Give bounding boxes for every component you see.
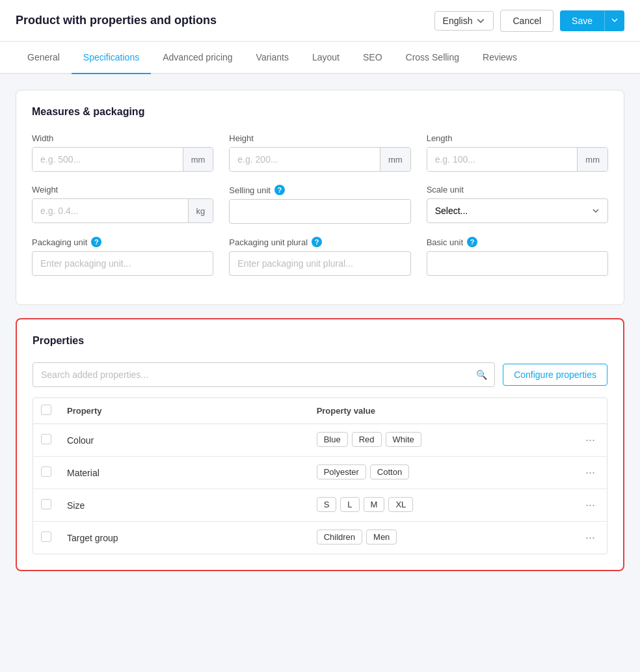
row-checkbox[interactable] xyxy=(41,531,51,542)
packaging-unit-help-icon[interactable]: ? xyxy=(91,237,101,247)
height-input[interactable] xyxy=(230,148,380,171)
table-header-row: Property Property value xyxy=(33,398,607,424)
properties-search-row: 🔍 Configure properties xyxy=(33,362,607,387)
basic-unit-group: Basic unit ? 1 xyxy=(427,237,608,276)
basic-unit-input[interactable]: 1 xyxy=(427,251,608,276)
row-checkbox-cell xyxy=(33,424,59,457)
packaging-unit-plural-input[interactable] xyxy=(229,251,410,276)
width-label: Width xyxy=(32,133,213,143)
weight-label: Weight xyxy=(32,185,213,195)
properties-table-wrapper: Property Property value ColourBlueRedWhi… xyxy=(33,397,607,554)
height-group: Height mm xyxy=(229,133,410,172)
scale-unit-group: Scale unit Select... xyxy=(427,185,608,224)
length-input[interactable] xyxy=(427,148,578,171)
header-actions: English Cancel Save xyxy=(434,10,624,32)
properties-search-input[interactable] xyxy=(33,362,495,387)
packaging-unit-group: Packaging unit ? xyxy=(32,237,213,276)
main-content: Measures & packaging Width mm Height mm … xyxy=(0,74,640,600)
properties-card: Properties 🔍 Configure properties Proper… xyxy=(16,318,624,571)
actions-column-header xyxy=(574,398,607,424)
property-value-tag: L xyxy=(340,497,359,512)
row-more-button[interactable]: ··· xyxy=(581,432,599,448)
row-checkbox[interactable] xyxy=(41,434,51,444)
header-checkbox-cell xyxy=(33,398,59,424)
property-column-header: Property xyxy=(59,398,309,424)
property-values: BlueRedWhite xyxy=(309,424,574,457)
packaging-unit-plural-group: Packaging unit plural ? xyxy=(229,237,410,276)
property-values: ChildrenMen xyxy=(309,522,574,554)
selling-unit-label: Selling unit ? xyxy=(229,185,410,195)
property-values: PolyesterCotton xyxy=(309,457,574,489)
row-more-button[interactable]: ··· xyxy=(581,464,599,480)
chevron-down-icon xyxy=(611,17,618,23)
length-label: Length xyxy=(427,133,608,143)
packaging-unit-plural-help-icon[interactable]: ? xyxy=(312,237,322,247)
property-value-column-header: Property value xyxy=(309,398,574,424)
scale-unit-select[interactable]: Select... xyxy=(427,198,608,223)
tab-reviews[interactable]: Reviews xyxy=(471,42,529,74)
property-values: SLMXL xyxy=(309,489,574,522)
packaging-unit-input[interactable] xyxy=(32,251,213,276)
weight-group: Weight kg xyxy=(32,185,213,224)
selling-unit-help-icon[interactable]: ? xyxy=(274,185,285,195)
row-checkbox[interactable] xyxy=(41,466,51,477)
measures-card: Measures & packaging Width mm Height mm … xyxy=(16,90,624,305)
row-checkbox-cell xyxy=(33,522,59,554)
tab-cross-selling[interactable]: Cross Selling xyxy=(394,42,471,74)
tab-general[interactable]: General xyxy=(16,42,72,74)
tab-variants[interactable]: Variants xyxy=(245,42,300,74)
property-name: Colour xyxy=(59,424,309,457)
tab-layout[interactable]: Layout xyxy=(300,42,351,74)
row-more-button[interactable]: ··· xyxy=(581,530,599,545)
length-unit: mm xyxy=(577,148,607,171)
weight-input[interactable] xyxy=(33,199,188,222)
packaging-unit-plural-label: Packaging unit plural ? xyxy=(229,237,410,247)
length-input-wrap: mm xyxy=(427,147,608,172)
selling-unit-input[interactable]: 1 xyxy=(229,199,410,224)
weight-row: Weight kg Selling unit ? 1 Scale unit Se… xyxy=(32,185,608,224)
row-more-button[interactable]: ··· xyxy=(581,497,599,513)
cancel-button[interactable]: Cancel xyxy=(500,10,553,32)
save-dropdown-button[interactable] xyxy=(604,10,624,31)
property-value-tag: Red xyxy=(352,432,382,447)
property-value-tag: Polyester xyxy=(317,464,366,479)
scale-unit-label: Scale unit xyxy=(427,185,608,195)
row-actions-cell: ··· xyxy=(574,489,607,522)
properties-search-wrap: 🔍 xyxy=(33,362,495,387)
row-checkbox-cell xyxy=(33,489,59,522)
width-input[interactable] xyxy=(33,148,183,171)
height-label: Height xyxy=(229,133,410,143)
width-unit: mm xyxy=(183,148,213,171)
row-actions-cell: ··· xyxy=(574,522,607,554)
save-button[interactable]: Save xyxy=(560,10,604,31)
basic-unit-help-icon[interactable]: ? xyxy=(467,237,477,247)
property-value-tag: Children xyxy=(317,530,362,544)
dimensions-row: Width mm Height mm Length mm xyxy=(32,133,608,172)
search-icon: 🔍 xyxy=(476,370,487,380)
row-checkbox[interactable] xyxy=(41,499,51,509)
table-row: MaterialPolyesterCotton··· xyxy=(33,457,607,489)
chevron-down-icon xyxy=(476,16,485,25)
configure-properties-button[interactable]: Configure properties xyxy=(503,364,607,386)
table-row: SizeSLMXL··· xyxy=(33,489,607,522)
property-value-tag: M xyxy=(364,497,385,512)
property-name: Target group xyxy=(59,522,309,554)
select-all-checkbox[interactable] xyxy=(41,405,51,415)
weight-input-wrap: kg xyxy=(32,198,213,223)
measures-title: Measures & packaging xyxy=(32,106,608,118)
property-name: Size xyxy=(59,489,309,522)
height-input-wrap: mm xyxy=(229,147,410,172)
save-button-group: Save xyxy=(560,10,624,31)
property-value-tag: Men xyxy=(366,530,397,544)
row-actions-cell: ··· xyxy=(574,424,607,457)
property-value-tag: Cotton xyxy=(370,464,409,479)
tab-seo[interactable]: SEO xyxy=(351,42,394,74)
tab-advanced-pricing[interactable]: Advanced pricing xyxy=(151,42,244,74)
language-label: English xyxy=(443,16,473,26)
table-row: ColourBlueRedWhite··· xyxy=(33,424,607,457)
basic-unit-label: Basic unit ? xyxy=(427,237,608,247)
length-group: Length mm xyxy=(427,133,608,172)
language-selector[interactable]: English xyxy=(434,11,494,31)
tab-specifications[interactable]: Specifications xyxy=(72,42,151,74)
page-title: Product with properties and options xyxy=(16,14,217,27)
